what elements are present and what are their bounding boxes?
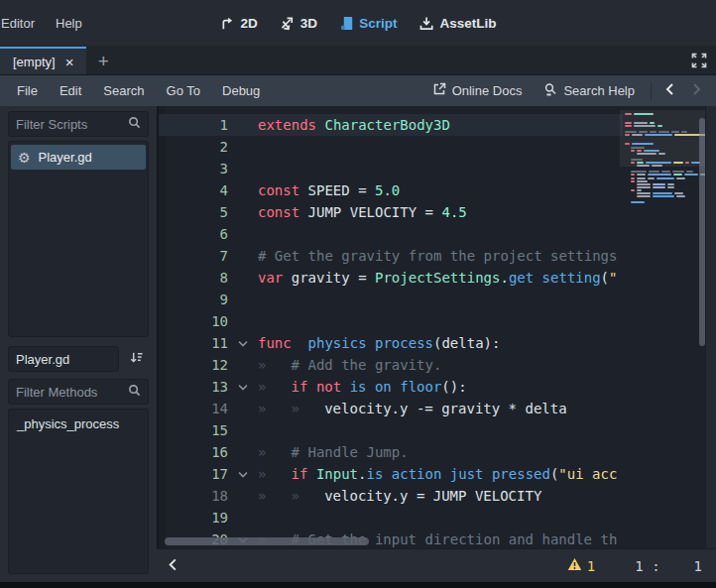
tab-indent-mark: » [258,466,292,482]
line-number: 13 [159,379,228,395]
code-minimap[interactable] [623,109,698,545]
code-line[interactable]: 5const JUMP_VELOCITY = 4.5 [159,201,623,223]
line-col-separator: : [652,558,659,574]
current-script-name: Player.gd [8,346,119,372]
history-back-button[interactable] [656,80,683,101]
code-line[interactable]: 14»»velocity.y -= gravity * delta [159,398,623,419]
search-help-button[interactable]: Search Help [533,82,646,99]
script-menu-bar: File Edit Search Go To Debug Online Docs… [0,75,716,106]
mode-switcher: 2D 3D Script AssetLib [220,16,497,31]
code-line[interactable]: 9 [159,289,623,310]
warning-icon [567,557,582,574]
code-line[interactable]: 8var gravity = ProjectSettings.get_setti… [159,267,623,289]
methods-list: _physics_process [8,409,149,574]
tab-indent-mark: » [258,379,292,395]
chevron-left-icon [167,557,179,575]
status-bar: 1 1 : 1 [157,548,716,582]
mode-script-button[interactable]: Script [339,16,397,31]
code-line[interactable]: 17»if Input.is_action_just_pressed("ui_a… [159,463,623,485]
menu-edit[interactable]: Edit [49,78,92,103]
line-number: 11 [159,335,228,351]
chevron-right-icon [691,82,702,99]
search-icon [128,116,141,132]
tab-indent-mark: » [292,488,325,504]
code-line[interactable]: 4const SPEED = 5.0 [159,179,623,201]
tab-indent-mark: » [258,444,292,460]
menu-debug[interactable]: Debug [211,78,271,103]
filter-scripts-input[interactable]: Filter Scripts [8,111,149,137]
vertical-scrollbar-thumb[interactable] [699,118,705,346]
menu-help[interactable]: Help [46,11,92,36]
filter-methods-input[interactable]: Filter Methods [8,379,149,405]
mode-2d-button[interactable]: 2D [220,16,258,31]
mode-3d-button[interactable]: 3D [280,16,317,31]
divider [651,81,652,101]
code-line[interactable]: 7# Get the gravity from the project sett… [159,245,623,267]
external-link-icon [432,82,446,99]
new-script-button[interactable]: + [86,49,120,74]
code-line[interactable]: 11func _physics_process(delta): [159,332,623,354]
script-list-item-player[interactable]: ⚙ Player.gd [11,145,146,170]
menu-file[interactable]: File [6,78,49,103]
main-menus: Editor Help [0,0,92,46]
mode-assetlib-button[interactable]: AssetLib [418,16,496,31]
scripts-list: ⚙ Player.gd [8,141,149,337]
code-line[interactable]: 12»# Add the gravity. [159,354,623,376]
fold-chevron-icon[interactable] [228,340,258,347]
menu-editor[interactable]: Editor [0,11,45,36]
caret-position: 1 : 1 [635,558,702,574]
line-number: 3 [159,161,228,176]
search-help-icon [543,82,557,99]
line-number: 6 [159,226,228,242]
line-number: 1 [635,558,643,574]
menu-search[interactable]: Search [92,78,155,103]
toggle-distraction-free-button[interactable] [691,53,707,71]
line-number: 5 [159,204,228,220]
code-line[interactable]: 6 [159,223,623,245]
code-line[interactable]: 1extends CharacterBody3D [159,114,623,136]
code-line[interactable]: 2 [159,136,623,158]
code-lines: 1extends CharacterBody3D234const SPEED =… [159,114,623,548]
line-number: 18 [159,488,228,504]
godot-script-editor: Editor Help 2D 3D Script AssetLib [0,0,716,588]
warnings-indicator[interactable]: 1 [567,557,595,574]
fold-chevron-icon[interactable] [228,471,258,478]
code-line[interactable]: 18»»velocity.y = JUMP_VELOCITY [159,485,623,507]
menu-goto[interactable]: Go To [156,78,211,103]
tab-indent-mark: » [258,488,292,504]
horizontal-scrollbar-thumb[interactable] [165,537,369,545]
line-number: 4 [159,182,228,198]
code-line[interactable]: 19 [159,507,623,529]
fold-chevron-icon[interactable] [228,384,258,391]
script-tab-strip: [empty] × + [0,46,716,75]
chevron-left-icon [664,82,675,99]
code-line[interactable]: 15 [159,419,623,441]
code-line[interactable]: 3 [159,158,623,179]
sort-methods-button[interactable] [123,346,149,372]
gear-icon: ⚙ [18,151,31,165]
line-number: 16 [159,444,228,460]
code-line[interactable]: 10 [159,310,623,332]
code-line[interactable]: 16»# Handle Jump. [159,441,623,463]
method-list-item[interactable]: _physics_process [17,416,140,431]
tab-empty-script[interactable]: [empty] × [0,47,86,74]
column-number: 1 [694,558,702,574]
tab-indent-mark: » [292,401,325,416]
close-tab-icon[interactable]: × [65,55,74,69]
line-number: 15 [159,422,228,438]
2d-icon [220,16,235,31]
line-number: 2 [159,139,228,155]
tab-indent-mark: » [258,357,292,373]
line-number: 10 [159,313,228,329]
top-bar: Editor Help 2D 3D Script AssetLib [0,0,716,46]
online-docs-button[interactable]: Online Docs [421,82,534,99]
scripts-sidebar: Filter Scripts ⚙ Player.gd Player.gd Fil… [0,106,157,582]
code-editor[interactable]: 1extends CharacterBody3D234const SPEED =… [157,106,716,548]
line-number: 9 [159,292,228,307]
code-line[interactable]: 13»if not is_on_floor(): [159,376,623,398]
collapse-panel-button[interactable] [167,557,179,575]
vertical-scrollbar-track[interactable] [705,106,716,548]
line-number: 8 [159,270,228,286]
history-forward-button[interactable] [683,80,710,101]
search-icon [128,384,141,400]
